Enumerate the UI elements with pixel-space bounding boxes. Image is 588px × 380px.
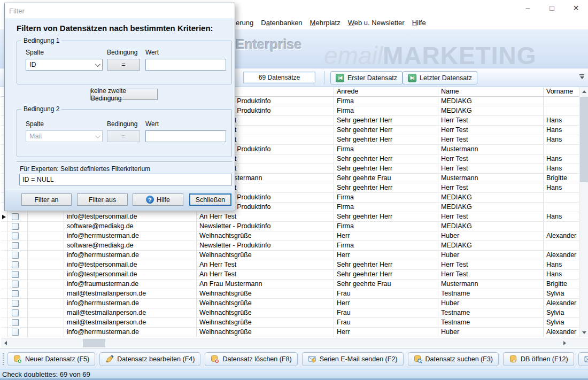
menu-item[interactable]: Mehrplatz: [306, 19, 344, 27]
filter-on-button[interactable]: Filter an: [21, 193, 72, 206]
header-vorname[interactable]: Vorname: [544, 87, 580, 96]
table-row[interactable]: info@fraumusterman.de An Frau Mustermann…: [1, 280, 579, 289]
database-search-icon: [414, 355, 422, 363]
row-checkbox[interactable]: [12, 309, 19, 316]
row-checkbox[interactable]: [12, 281, 19, 288]
help-button[interactable]: ? Hilfe: [133, 193, 183, 206]
help-question-icon: ?: [146, 196, 154, 204]
row-checkbox[interactable]: [12, 261, 19, 268]
wert1-input[interactable]: [145, 59, 226, 71]
table-row[interactable]: mail@testmailanperson.de Weihnachtsgrüße…: [1, 318, 579, 328]
row-checkbox[interactable]: [12, 271, 19, 278]
dialog-footer: Filter an Filter aus ? Hilfe Schließen: [5, 190, 234, 210]
bedingung2-label: Bedingung: [107, 120, 137, 128]
send-mail-button[interactable]: Serien E-Mail senden (F2): [302, 352, 404, 366]
horizontal-scrollbar[interactable]: [1, 338, 588, 347]
filter-off-button[interactable]: Filter aus: [77, 193, 128, 206]
table-row[interactable]: info@herrmusterman.de Weihnachtsgrüße He…: [1, 251, 579, 260]
scroll-right-button[interactable]: [560, 338, 569, 347]
cell-anrede: Herr: [334, 299, 438, 308]
row-checkbox[interactable]: [12, 252, 19, 259]
table-row[interactable]: software@mediakg.de Newsletter - Produkt…: [1, 241, 579, 251]
row-checkbox-cell: [7, 270, 28, 279]
table-row[interactable]: info@testpersonmail.de An Herr Test Sehr…: [1, 270, 579, 280]
vertical-scrollbar[interactable]: [579, 87, 588, 337]
edit-record-button[interactable]: Datensatz bearbeiten (F4): [99, 352, 200, 366]
table-row[interactable]: info@testpersonmail.de An Herr Test Sehr…: [1, 212, 579, 222]
maximize-button[interactable]: □: [540, 0, 564, 16]
database-add-icon: [13, 355, 22, 363]
first-record-button[interactable]: |◀ Erster Datensatz: [330, 71, 403, 84]
row-checkbox[interactable]: [12, 213, 19, 220]
cell-email: info@testpersonmail.de: [64, 260, 197, 269]
cell-betreff: An Herr Test: [197, 212, 334, 221]
cell-vorname: Hans: [544, 270, 580, 279]
close-button[interactable]: ✕: [564, 0, 588, 16]
table-row[interactable]: info@herrmusterman.de Weihnachtsgrüße He…: [1, 328, 579, 337]
second-condition-button[interactable]: keine zweite Bedingung: [90, 89, 158, 100]
table-row[interactable]: info@herrmusterman.de Weihnachtsgrüße He…: [1, 299, 579, 308]
table-row[interactable]: mail@testmailanperson.de Weihnachtsgrüße…: [1, 308, 579, 318]
menu-item-text: tenbanken: [270, 19, 303, 27]
delete-record-button[interactable]: Datensatz löschen (F8): [205, 352, 297, 366]
row-checkbox[interactable]: [12, 232, 19, 239]
row-checkbox-cell: [7, 251, 28, 260]
row-checkbox[interactable]: [12, 319, 19, 326]
newsletter-designer-button[interactable]: Newsletter designer: [578, 352, 588, 366]
table-row[interactable]: mail@testmailanperson.de Weihnachtsgrüße…: [1, 289, 579, 299]
search-record-button[interactable]: Datensatz suchen (F3): [408, 352, 499, 366]
last-record-button[interactable]: ▶| Letzter Datensatz: [403, 71, 477, 84]
cell-email: info@testpersonmail.de: [64, 270, 197, 279]
menu-item[interactable]: erung: [232, 19, 257, 27]
row-blank-cell: [28, 328, 64, 337]
arrow-left-icon: [4, 341, 7, 345]
scroll-down-button[interactable]: [579, 328, 588, 337]
vertical-scrollbar-thumb[interactable]: [580, 97, 588, 182]
scroll-up-button[interactable]: [579, 87, 588, 96]
cell-name: Mustermann: [438, 145, 544, 154]
cell-anrede: Sehr geehrter Herr: [334, 212, 438, 221]
open-db-button[interactable]: DB öffnen (F12): [503, 352, 574, 366]
new-record-label: Neuer Datensatz (F5): [25, 355, 89, 363]
cell-vorname: [544, 241, 580, 250]
menu-item[interactable]: Web u. Newsletter: [344, 19, 408, 27]
table-row[interactable]: software@mediakg.de Newsletter - Produkt…: [1, 222, 579, 231]
toolbar-overflow-icon[interactable]: [579, 74, 584, 79]
current-row-marker: [2, 215, 6, 219]
spalte1-select[interactable]: ID: [26, 59, 103, 71]
header-anrede[interactable]: Anrede: [334, 87, 438, 96]
cell-anrede: Sehr geehrter Herr: [334, 135, 438, 144]
row-checkbox[interactable]: [12, 300, 19, 307]
cell-vorname: Alexander: [544, 251, 580, 260]
menu-item[interactable]: Hilfe: [408, 19, 430, 27]
cell-vorname: Alexander: [544, 299, 580, 308]
row-checkbox[interactable]: [12, 223, 19, 230]
email-send-icon: [308, 355, 316, 363]
cell-betreff: Newsletter - Produktinfo: [197, 241, 334, 250]
row-checkbox[interactable]: [12, 290, 19, 297]
close-dialog-button[interactable]: Schließen: [189, 193, 231, 206]
bedingung1-operator-button[interactable]: =: [107, 59, 140, 71]
edition-label: Enterprise: [236, 37, 302, 52]
bedingung2-operator-button: =: [107, 130, 140, 142]
wert2-input[interactable]: [145, 130, 226, 142]
scroll-left-button[interactable]: [1, 338, 10, 347]
expert-filter-input[interactable]: [19, 174, 232, 185]
minimize-button[interactable]: –: [516, 0, 540, 16]
menu-item-text: erung: [236, 19, 253, 27]
menu-item[interactable]: Datenbanken: [257, 19, 306, 27]
dialog-titlebar[interactable]: Filter: [5, 3, 235, 18]
row-checkbox-cell: [7, 212, 28, 221]
toolbar-grip-handle[interactable]: [3, 353, 4, 365]
cell-anrede: Sehr geehrter Herr: [334, 164, 438, 173]
row-blank-cell: [28, 241, 64, 250]
horizontal-scrollbar-thumb[interactable]: [83, 339, 105, 347]
header-name[interactable]: Name: [438, 87, 544, 96]
table-row[interactable]: info@herrmusterman.de Weihnachtsgrüße He…: [1, 231, 579, 241]
menu-item-text: ilfe: [417, 19, 426, 27]
table-row[interactable]: info@testpersonmail.de An Herr Test Sehr…: [1, 260, 579, 270]
cell-anrede: Sehr geehrter Herr: [334, 126, 438, 135]
row-checkbox[interactable]: [12, 242, 19, 249]
new-record-button[interactable]: Neuer Datensatz (F5): [7, 352, 95, 366]
row-checkbox[interactable]: [12, 329, 19, 336]
